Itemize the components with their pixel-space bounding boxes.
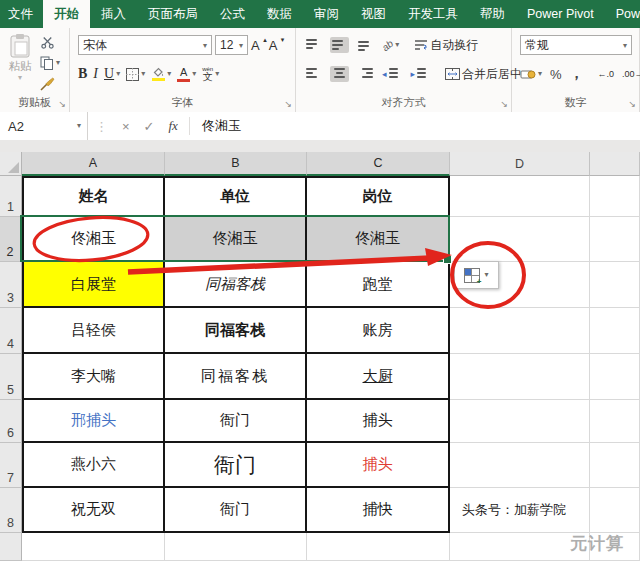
cell-D2[interactable]: [450, 217, 590, 262]
formula-input[interactable]: 佟湘玉: [202, 117, 241, 135]
row-header-1[interactable]: 1: [0, 176, 22, 217]
align-middle-button[interactable]: [330, 37, 349, 53]
cell-B6[interactable]: 衙门: [165, 400, 307, 443]
name-box[interactable]: A2 ▾: [0, 112, 88, 140]
cell-D9[interactable]: [450, 533, 590, 561]
decrease-decimal-button[interactable]: .00→: [622, 69, 640, 79]
cell-C5[interactable]: 大厨: [307, 354, 450, 400]
number-dialog-launcher[interactable]: ↘: [628, 100, 636, 109]
percent-style-button[interactable]: %: [550, 67, 562, 82]
cell-A7[interactable]: 燕小六: [22, 443, 165, 488]
clipboard-dialog-launcher[interactable]: ↘: [58, 100, 66, 109]
row-header-9[interactable]: [0, 533, 22, 561]
cell-A9[interactable]: [22, 533, 165, 561]
cell-A1[interactable]: 姓名: [22, 176, 165, 217]
tab-page-layout[interactable]: 页面布局: [137, 0, 209, 28]
col-header-C[interactable]: C: [307, 152, 450, 176]
increase-decimal-button[interactable]: ←.0: [598, 69, 615, 79]
fill-color-button[interactable]: ▾: [151, 66, 171, 82]
cell-A8[interactable]: 祝无双: [22, 488, 165, 533]
wrap-text-button[interactable]: 自动换行: [414, 37, 478, 53]
cut-button[interactable]: [40, 34, 60, 50]
alignment-dialog-launcher[interactable]: ↘: [500, 100, 508, 109]
font-size-combo[interactable]: 12 ▾: [215, 35, 248, 55]
cell-B5[interactable]: 同福客栈: [165, 354, 307, 400]
cell-D5[interactable]: [450, 354, 590, 400]
font-name-combo[interactable]: 宋体 ▾: [78, 35, 212, 55]
row-header-6[interactable]: 6: [0, 400, 22, 443]
align-left-button[interactable]: [304, 66, 323, 82]
tab-formulas[interactable]: 公式: [209, 0, 256, 28]
cell-C1[interactable]: 岗位: [307, 176, 450, 217]
accounting-format-button[interactable]: ▾: [520, 66, 542, 82]
tab-home[interactable]: 开始: [43, 0, 90, 28]
copy-button[interactable]: ▾: [40, 55, 60, 71]
cell-B4[interactable]: 同福客栈: [165, 308, 307, 354]
col-header-B[interactable]: B: [165, 152, 307, 176]
cell-B9[interactable]: [165, 533, 307, 561]
cell-D6[interactable]: [450, 400, 590, 443]
cancel-button[interactable]: ×: [122, 119, 130, 134]
cell-B8[interactable]: 衙门: [165, 488, 307, 533]
cell-D1[interactable]: [450, 176, 590, 217]
tab-data[interactable]: 数据: [256, 0, 303, 28]
comma-style-button[interactable]: ，: [570, 65, 584, 83]
tab-power-pivot[interactable]: Power Pivot: [516, 0, 605, 28]
cell-E6[interactable]: [590, 400, 640, 443]
tab-file[interactable]: 文件: [0, 0, 43, 28]
cell-A4[interactable]: 吕轻侯: [22, 308, 165, 354]
cell-C7[interactable]: 捕头: [307, 443, 450, 488]
format-painter-button[interactable]: [40, 76, 60, 92]
cell-C4[interactable]: 账房: [307, 308, 450, 354]
cell-B1[interactable]: 单位: [165, 176, 307, 217]
cell-C8[interactable]: 捕快: [307, 488, 450, 533]
bold-button[interactable]: B: [78, 66, 87, 82]
col-header-A[interactable]: A: [22, 152, 165, 176]
cell-B7[interactable]: 衙门: [165, 443, 307, 488]
cell-D8[interactable]: 头条号：加薪学院: [450, 488, 590, 533]
cell-B2[interactable]: 佟湘玉: [165, 217, 307, 262]
cell-C6[interactable]: 捕头: [307, 400, 450, 443]
cell-E1[interactable]: [590, 176, 640, 217]
insert-function-button[interactable]: fx: [169, 118, 178, 134]
cell-C9[interactable]: [307, 533, 450, 561]
cell-A6[interactable]: 邢捕头: [22, 400, 165, 443]
cell-A2[interactable]: 佟湘玉: [22, 217, 165, 262]
row-header-5[interactable]: 5: [0, 354, 22, 400]
row-header-8[interactable]: 8: [0, 488, 22, 533]
shrink-font-button[interactable]: A▾: [269, 38, 284, 53]
cell-E2[interactable]: [590, 217, 640, 262]
tab-help[interactable]: 帮助: [469, 0, 516, 28]
cell-D4[interactable]: [450, 308, 590, 354]
row-header-2[interactable]: 2: [0, 217, 22, 262]
grow-font-button[interactable]: A▴: [251, 38, 266, 53]
tab-developer[interactable]: 开发工具: [397, 0, 469, 28]
borders-button[interactable]: ▾: [126, 66, 145, 82]
cell-E7[interactable]: [590, 443, 640, 488]
cell-A5[interactable]: 李大嘴: [22, 354, 165, 400]
col-header-e[interactable]: [590, 152, 640, 176]
align-center-button[interactable]: [330, 66, 349, 82]
cell-C2[interactable]: 佟湘玉: [307, 217, 450, 262]
align-bottom-button[interactable]: [356, 37, 375, 53]
align-top-button[interactable]: [304, 37, 323, 53]
tab-view[interactable]: 视图: [350, 0, 397, 28]
font-dialog-launcher[interactable]: ↘: [284, 100, 292, 109]
cell-B3[interactable]: 同福客栈: [165, 262, 307, 308]
row-header-7[interactable]: 7: [0, 443, 22, 488]
paste-options-button[interactable]: ▾: [454, 261, 499, 289]
tab-insert[interactable]: 插入: [90, 0, 137, 28]
font-color-button[interactable]: A ▾: [177, 66, 196, 82]
underline-button[interactable]: U ▾: [104, 66, 120, 82]
cell-E8[interactable]: [590, 488, 640, 533]
row-header-4[interactable]: 4: [0, 308, 22, 354]
cell-D7[interactable]: [450, 443, 590, 488]
cell-E4[interactable]: [590, 308, 640, 354]
cell-A3[interactable]: 白展堂: [22, 262, 165, 308]
cell-C3[interactable]: 跑堂: [307, 262, 450, 308]
tab-review[interactable]: 审阅: [303, 0, 350, 28]
decrease-indent-button[interactable]: ◂: [382, 66, 404, 82]
enter-button[interactable]: ✓: [144, 119, 155, 134]
phonetic-guide-button[interactable]: wén 文 ▾: [202, 66, 219, 82]
select-all-corner[interactable]: [0, 152, 22, 176]
